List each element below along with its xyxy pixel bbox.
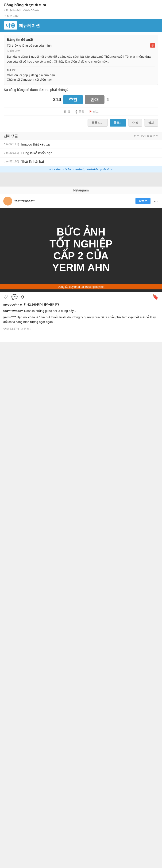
comment-meta: o o (92.111): [4, 143, 19, 146]
comment-text: Đúng là kẻ khốn nạn: [21, 151, 158, 155]
image-watermark: Đăng tải duy nhất tại: truyengihay.net: [0, 284, 162, 289]
brand-banner: 야옹 에듀케이션: [0, 19, 162, 32]
action-row: ♛ 팁 ❰ 공유 ⚑ 신고: [4, 107, 158, 116]
list-button[interactable]: 목록보기: [87, 119, 108, 127]
share-action[interactable]: ❰ 공유: [75, 110, 84, 114]
report-label: 신고: [93, 110, 99, 114]
caption-text: Đoán là những gì họ nói là đúng đấy...: [24, 309, 76, 313]
caption-username: tod***ewsde**: [3, 309, 23, 313]
question-text: Sự công bằng sẽ được đưa ra, phải không?: [4, 88, 158, 92]
report-icon: ⚑: [89, 110, 92, 114]
like-icon[interactable]: ♡: [3, 294, 8, 300]
insta-user-row: tod***ewsde** 팔로우 ···: [0, 194, 162, 208]
post-header: Công bằng được đưa ra... o o (221.32) 20…: [0, 0, 162, 13]
follow-button[interactable]: 팔로우: [135, 198, 151, 204]
community-post-section: Công bằng được đưa ra... o o (221.32) 20…: [0, 0, 162, 173]
comments-preview: yamu**** Bạn nói cô ta là 1 kẻ hút thuốc…: [0, 314, 162, 326]
oppose-button[interactable]: 반대: [85, 95, 105, 104]
avatar: [3, 196, 12, 206]
instagram-post-section: Nstargram tod***ewsde** 팔로우 ··· BỨC ẢNHT…: [0, 187, 162, 342]
comment-icon[interactable]: 💬: [11, 294, 18, 300]
comment-item: o o (52.120) Thật là thất bại: [0, 157, 162, 166]
comment-meta: o o (52.120): [4, 160, 19, 163]
see-all-comments[interactable]: 댓글 7,837개 모두 보기: [0, 326, 162, 333]
likes-count: myodog*** 님 외 42,260명이 좋아합니다: [0, 302, 162, 308]
post-views: 조회수 3468: [0, 13, 162, 19]
suggestion-badge: 광: [150, 43, 155, 48]
post-image: BỨC ẢNHTỐT NGHIỆPCẤP 2 CỦAYERIM AHN Đăng…: [0, 208, 162, 292]
comments-list: o o (92.111) lmaooo thật xấu xa o o (201…: [0, 140, 162, 166]
suggestion-reply-label: Trả lời:: [7, 69, 155, 72]
watermark-text: ~Joc-ban-dich-moi-nhat_tai-fb-Mary-Ha-Lu…: [0, 166, 162, 173]
post-rating: (221.32): [10, 8, 21, 11]
more-options-button[interactable]: ···: [153, 198, 159, 204]
write-button[interactable]: 글쓰기: [110, 119, 126, 127]
comments-sort-options[interactable]: 본문 보기 등록순 ∨: [134, 134, 158, 138]
delete-button[interactable]: 삭제: [144, 119, 158, 127]
post-circles: o o: [4, 8, 8, 11]
post-body: Bảng tin đề xuất Tôi thấy lo lắng về con…: [0, 32, 162, 132]
brand-logo: 야옹: [4, 21, 17, 30]
insta-comment: yamu**** Bạn nói cô ta là 1 kẻ hút thuốc…: [3, 315, 159, 324]
insta-username: tod***ewsde**: [15, 199, 133, 203]
suggestion-user-row: Tôi thấy lo lắng về con của mình 광: [7, 43, 155, 48]
post-image-text: BỨC ẢNHTỐT NGHIỆPCẤP 2 CỦAYERIM AHN: [45, 221, 117, 278]
bottom-spacer: [0, 333, 162, 342]
comment-meta: o o (201.81): [4, 151, 19, 154]
post-caption: tod***ewsde** Đoán là những gì họ nói là…: [0, 308, 162, 315]
comment-text: lmaooo thật xấu xa: [21, 143, 158, 146]
post-title: Công bằng được đưa ra...: [4, 3, 158, 7]
edit-button[interactable]: 수정: [128, 119, 142, 127]
bookmark-icon[interactable]: 🔖: [152, 294, 159, 300]
comments-header: 전체 댓글 본문 보기 등록순 ∨: [0, 132, 162, 140]
comment-text: Thật là thất bại: [21, 160, 158, 163]
post-button-row: 목록보기 글쓰기 수정 삭제: [4, 119, 158, 127]
post-date: 20XX.XX.XX: [23, 8, 39, 11]
suggestion-user-text: Tôi thấy lo lắng về con của mình: [7, 44, 51, 47]
suggestion-reply-text: Cảm ơn lời góp ý đáng giá của bạn. Chúng…: [7, 73, 155, 82]
comment-item: o o (201.81) Đúng là kẻ khốn nạn: [0, 149, 162, 157]
tip-action[interactable]: ♛ 팁: [63, 110, 70, 114]
vote-count-recommend: 314: [53, 97, 61, 103]
tip-icon: ♛: [63, 110, 66, 114]
insta-action-bar: ♡ 💬 ✈ 🔖: [0, 292, 162, 302]
comment-item: o o (92.111) lmaooo thật xấu xa: [0, 140, 162, 149]
post-meta: o o (221.32) 20XX.XX.XX: [4, 8, 158, 11]
share-icon: ❰: [75, 110, 78, 114]
suggestion-box-title: Bảng tin đề xuất: [7, 38, 155, 41]
tip-label: 팁: [68, 110, 70, 114]
brand-name: 에듀케이션: [19, 23, 40, 28]
recommend-button[interactable]: 추천: [63, 95, 83, 104]
vote-row: 314 추천 반대 1: [4, 95, 158, 104]
suggestion-reply: Trả lời: Cảm ơn lời góp ý đáng giá của b…: [7, 67, 155, 82]
vote-count-oppose: 1: [106, 97, 109, 103]
section-spacer: [0, 173, 162, 187]
share-label: 공유: [79, 110, 84, 114]
commenter-username: yamu****: [3, 315, 16, 319]
comments-title: 전체 댓글: [4, 134, 18, 138]
report-action[interactable]: ⚑ 신고: [89, 110, 99, 114]
suggestion-box: Bảng tin đề xuất Tôi thấy lo lắng về con…: [4, 35, 158, 85]
share-icon[interactable]: ✈: [21, 294, 25, 300]
suggestion-body: Bạn đang dùng 1 người hút thuốc để quảng…: [7, 54, 155, 64]
commenter-text: Bạn nói cô ta là 1 kẻ hút thuốc trước đó…: [3, 315, 156, 323]
suggestion-username: 갓블레슈한: [7, 49, 155, 53]
platform-label: Nstargram: [0, 187, 162, 194]
